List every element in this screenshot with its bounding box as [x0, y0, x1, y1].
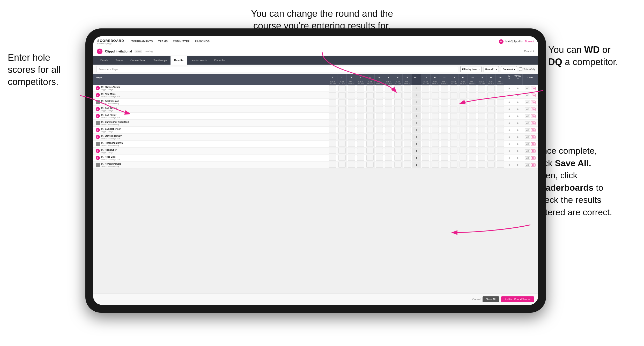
score-input-hole-5-player-6[interactable] — [366, 127, 374, 133]
score-input-hole-13-player-0[interactable] — [450, 85, 457, 91]
wd-button-player-11[interactable]: WD — [525, 163, 530, 167]
score-input-hole-14-player-8[interactable] — [460, 141, 467, 147]
score-input-hole-15-player-7[interactable] — [469, 134, 476, 140]
score-input-hole-6-player-8[interactable] — [376, 141, 383, 147]
score-input-hole-13-player-7[interactable] — [450, 134, 457, 140]
score-input-hole-8-player-8[interactable] — [394, 141, 402, 147]
nav-committee[interactable]: COMMITTEE — [173, 40, 190, 43]
score-input-hole-3-player-1[interactable] — [348, 92, 355, 98]
score-input-hole-16-player-10[interactable] — [478, 155, 485, 161]
score-input-hole-9-player-11[interactable] — [404, 162, 411, 168]
score-input-hole-10-player-1[interactable] — [422, 92, 429, 98]
score-input-hole-1-player-2[interactable] — [329, 99, 336, 105]
score-input-hole-5-player-0[interactable] — [366, 85, 374, 91]
score-input-hole-2-player-0[interactable] — [338, 85, 346, 91]
score-input-hole-7-player-8[interactable] — [385, 141, 392, 147]
score-input-hole-10-player-6[interactable] — [422, 127, 429, 133]
score-input-hole-5-player-5[interactable] — [366, 120, 374, 126]
score-input-hole-1-player-3[interactable] — [329, 106, 336, 112]
tab-details[interactable]: Details — [97, 56, 112, 65]
score-input-hole-3-player-11[interactable] — [348, 162, 355, 168]
score-input-hole-2-player-3[interactable] — [338, 106, 346, 112]
score-input-hole-5-player-1[interactable] — [366, 92, 374, 98]
score-input-hole-8-player-4[interactable] — [394, 113, 402, 119]
score-input-hole-13-player-1[interactable] — [450, 92, 457, 98]
score-input-hole-18-player-4[interactable] — [497, 113, 504, 119]
score-input-hole-17-player-8[interactable] — [487, 141, 495, 147]
score-input-hole-3-player-7[interactable] — [348, 134, 355, 140]
score-input-hole-6-player-7[interactable] — [376, 134, 383, 140]
dq-button-player-3[interactable]: DQ — [531, 107, 536, 111]
score-input-hole-6-player-3[interactable] — [376, 106, 383, 112]
wd-button-player-10[interactable]: WD — [525, 156, 530, 160]
score-input-hole-7-player-6[interactable] — [385, 127, 392, 133]
dq-button-player-8[interactable]: DQ — [531, 142, 536, 146]
wd-button-player-2[interactable]: WD — [525, 101, 530, 104]
score-input-hole-18-player-8[interactable] — [497, 141, 504, 147]
score-input-hole-8-player-11[interactable] — [394, 162, 402, 168]
score-input-hole-4-player-8[interactable] — [357, 141, 364, 147]
score-input-hole-18-player-1[interactable] — [497, 92, 504, 98]
score-input-hole-2-player-8[interactable] — [338, 141, 346, 147]
score-input-hole-9-player-2[interactable] — [404, 99, 411, 105]
score-input-hole-12-player-10[interactable] — [441, 155, 448, 161]
wd-button-player-1[interactable]: WD — [525, 94, 530, 97]
score-input-hole-16-player-7[interactable] — [478, 134, 485, 140]
score-input-hole-10-player-10[interactable] — [422, 155, 429, 161]
score-input-hole-2-player-7[interactable] — [338, 134, 346, 140]
round-select[interactable]: Round 1 ▾ — [484, 66, 499, 72]
dq-button-player-7[interactable]: DQ — [531, 135, 536, 139]
score-input-hole-1-player-10[interactable] — [329, 155, 336, 161]
score-input-hole-3-player-3[interactable] — [348, 106, 355, 112]
score-input-hole-4-player-1[interactable] — [357, 92, 364, 98]
score-input-hole-10-player-0[interactable] — [422, 85, 429, 91]
score-input-hole-15-player-0[interactable] — [469, 85, 476, 91]
dq-button-player-2[interactable]: DQ — [531, 101, 536, 104]
score-input-hole-4-player-2[interactable] — [357, 99, 364, 105]
score-input-hole-16-player-9[interactable] — [478, 148, 485, 154]
score-input-hole-9-player-9[interactable] — [404, 148, 411, 154]
score-input-hole-12-player-6[interactable] — [441, 127, 448, 133]
score-input-hole-1-player-0[interactable] — [329, 85, 336, 91]
tab-leaderboards[interactable]: Leaderboards — [187, 56, 210, 65]
totals-only-checkbox[interactable] — [519, 67, 522, 71]
score-input-hole-2-player-5[interactable] — [338, 120, 346, 126]
score-input-hole-15-player-5[interactable] — [469, 120, 476, 126]
score-input-hole-5-player-2[interactable] — [366, 99, 374, 105]
score-input-hole-15-player-9[interactable] — [469, 148, 476, 154]
wd-button-player-5[interactable]: WD — [525, 121, 530, 125]
score-input-hole-7-player-9[interactable] — [385, 148, 392, 154]
score-input-hole-15-player-1[interactable] — [469, 92, 476, 98]
score-input-hole-3-player-0[interactable] — [348, 85, 355, 91]
score-input-hole-15-player-10[interactable] — [469, 155, 476, 161]
dq-button-player-5[interactable]: DQ — [531, 121, 536, 125]
score-input-hole-7-player-11[interactable] — [385, 162, 392, 168]
score-input-hole-14-player-4[interactable] — [460, 113, 467, 119]
dq-button-player-11[interactable]: DQ — [531, 163, 536, 167]
score-input-hole-9-player-6[interactable] — [404, 127, 411, 133]
wd-button-player-4[interactable]: WD — [525, 114, 530, 118]
score-input-hole-1-player-8[interactable] — [329, 141, 336, 147]
score-input-hole-6-player-11[interactable] — [376, 162, 383, 168]
score-input-hole-1-player-1[interactable] — [329, 92, 336, 98]
score-input-hole-4-player-0[interactable] — [357, 85, 364, 91]
score-input-hole-2-player-10[interactable] — [338, 155, 346, 161]
score-input-hole-3-player-6[interactable] — [348, 127, 355, 133]
score-input-hole-8-player-2[interactable] — [394, 99, 402, 105]
score-input-hole-14-player-2[interactable] — [460, 99, 467, 105]
score-input-hole-13-player-6[interactable] — [450, 127, 457, 133]
score-input-hole-7-player-2[interactable] — [385, 99, 392, 105]
score-input-hole-12-player-11[interactable] — [441, 162, 448, 168]
score-input-hole-11-player-6[interactable] — [432, 127, 439, 133]
score-input-hole-13-player-11[interactable] — [450, 162, 457, 168]
score-input-hole-11-player-8[interactable] — [432, 141, 439, 147]
score-input-hole-12-player-9[interactable] — [441, 148, 448, 154]
score-input-hole-4-player-3[interactable] — [357, 106, 364, 112]
score-input-hole-14-player-11[interactable] — [460, 162, 467, 168]
tournament-cancel-button[interactable]: Cancel X — [524, 50, 535, 53]
score-input-hole-12-player-0[interactable] — [441, 85, 448, 91]
score-input-hole-2-player-9[interactable] — [338, 148, 346, 154]
score-input-hole-9-player-7[interactable] — [404, 134, 411, 140]
score-input-hole-10-player-2[interactable] — [422, 99, 429, 105]
sign-out-link[interactable]: Sign out — [524, 40, 534, 43]
